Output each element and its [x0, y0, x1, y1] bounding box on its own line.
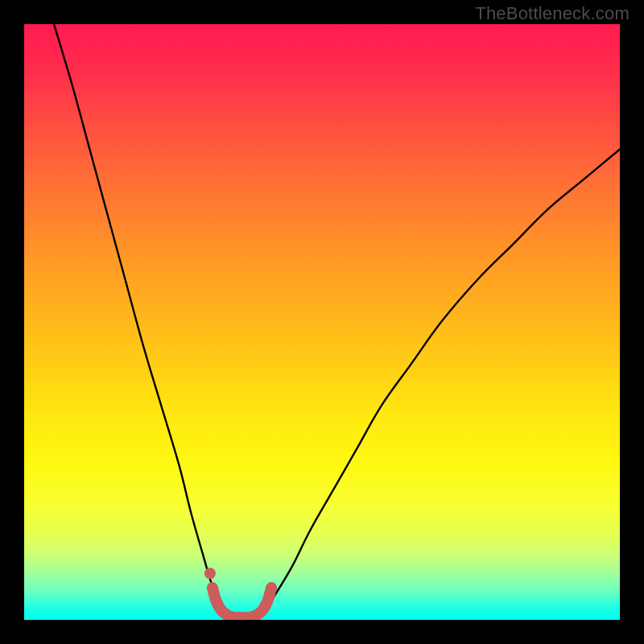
watermark-text: TheBottleneck.com	[475, 3, 630, 24]
curve-right-branch	[262, 149, 620, 613]
marker-dot	[204, 568, 216, 579]
plot-area	[24, 24, 620, 620]
chart-frame: TheBottleneck.com	[0, 0, 644, 644]
curve-left-branch	[54, 24, 227, 614]
chart-svg	[24, 24, 620, 620]
valley-marker	[213, 588, 271, 617]
